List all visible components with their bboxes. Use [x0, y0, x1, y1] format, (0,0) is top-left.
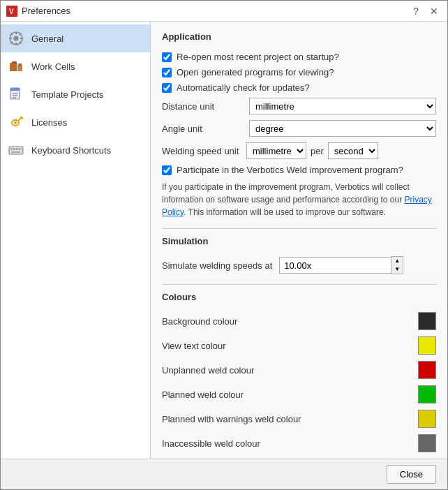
- colour-row-1: View text colour: [162, 336, 436, 355]
- sidebar-item-keyboard[interactable]: Keyboard Shortcuts: [1, 136, 150, 164]
- colour-label-0: Background colour: [162, 316, 411, 327]
- footer: Close: [1, 459, 447, 489]
- colour-swatch-0[interactable]: [418, 312, 436, 330]
- title-bar-controls: ? ✕: [408, 3, 442, 19]
- colour-swatch-5[interactable]: [418, 434, 436, 452]
- sidebar-item-general[interactable]: General: [1, 24, 150, 52]
- distance-unit-row: Distance unit millimetre inch: [162, 98, 436, 114]
- info-text-2: . This information will be used to impro…: [184, 207, 386, 217]
- sidebar-item-licenses[interactable]: Licenses: [1, 108, 150, 136]
- checkbox-updates-row: Automatically check for updates?: [162, 82, 436, 93]
- svg-rect-17: [10, 88, 20, 91]
- sidebar: General Work Cells: [1, 22, 151, 459]
- close-button[interactable]: Close: [387, 465, 436, 484]
- keyboard-icon: [8, 142, 24, 158]
- svg-rect-28: [13, 148, 15, 150]
- spinbox-buttons: ▲ ▼: [391, 256, 403, 274]
- colour-label-3: Planned weld colour: [162, 389, 411, 400]
- checkbox-reopen-label[interactable]: Re-open most recent project on startup?: [177, 52, 339, 62]
- welding-speed-row: Welding speed unit millimetre inch per s…: [162, 142, 436, 159]
- simulate-speed-input[interactable]: 10.00x: [279, 257, 391, 274]
- colours-section-title: Colours: [162, 292, 436, 305]
- general-icon: [8, 30, 24, 47]
- title-bar: V Preferences ? ✕: [1, 1, 447, 22]
- svg-text:V: V: [9, 8, 14, 15]
- close-window-button[interactable]: ✕: [426, 3, 442, 19]
- help-button[interactable]: ?: [408, 3, 424, 19]
- checkbox-programs[interactable]: [162, 68, 172, 77]
- checkbox-updates[interactable]: [162, 83, 172, 93]
- content-area: General Work Cells: [1, 22, 447, 459]
- sidebar-item-keyboard-label: Keyboard Shortcuts: [31, 145, 111, 156]
- colour-row-2: Unplanned weld colour: [162, 361, 436, 379]
- svg-rect-27: [10, 148, 13, 150]
- checkbox-reopen-row: Re-open most recent project on startup?: [162, 52, 436, 62]
- distance-unit-select[interactable]: millimetre inch: [249, 98, 436, 114]
- colours-divider: [162, 284, 436, 285]
- licenses-icon: [8, 114, 24, 131]
- svg-rect-29: [16, 148, 18, 150]
- colour-swatch-2[interactable]: [418, 361, 436, 379]
- window-title: Preferences: [22, 6, 408, 16]
- info-text-1: If you participate in the improvement pr…: [162, 182, 410, 205]
- sidebar-item-general-label: General: [31, 34, 64, 44]
- welding-speed-select[interactable]: millimetre inch: [246, 142, 306, 159]
- angle-unit-label: Angle unit: [162, 124, 242, 134]
- colour-swatch-4[interactable]: [418, 410, 436, 428]
- checkbox-programs-label[interactable]: Open generated programs for viewing?: [177, 67, 334, 77]
- checkbox-reopen[interactable]: [162, 52, 172, 62]
- colour-rows-container: Background colourView text colourUnplann…: [162, 312, 436, 459]
- colour-row-5: Inaccessible weld colour: [162, 434, 436, 452]
- svg-rect-31: [11, 151, 20, 153]
- colour-label-2: Unplanned weld colour: [162, 365, 411, 376]
- svg-rect-26: [9, 147, 23, 154]
- preferences-window: V Preferences ? ✕: [0, 0, 448, 490]
- svg-point-22: [14, 121, 17, 124]
- sidebar-item-template[interactable]: Template Projects: [1, 80, 150, 108]
- colour-label-5: Inaccessible weld colour: [162, 438, 411, 449]
- sidebar-item-workcells-label: Work Cells: [31, 61, 75, 72]
- main-panel: Application Re-open most recent project …: [151, 22, 447, 459]
- checkbox-programs-row: Open generated programs for viewing?: [162, 67, 436, 77]
- template-icon: [8, 86, 24, 103]
- checkbox-improvement[interactable]: [162, 165, 172, 175]
- svg-rect-30: [19, 148, 21, 150]
- application-section-title: Application: [162, 31, 436, 45]
- sidebar-item-template-label: Template Projects: [31, 89, 103, 100]
- colour-label-1: View text colour: [162, 341, 411, 351]
- workcells-icon: [8, 58, 24, 75]
- welding-speed-label: Welding speed unit: [162, 146, 242, 156]
- checkbox-improvement-label[interactable]: Participate in the Verbotics Weld improv…: [177, 165, 403, 175]
- colour-swatch-3[interactable]: [418, 385, 436, 403]
- simulate-speed-label: Simulate welding speeds at: [162, 260, 272, 271]
- angle-unit-row: Angle unit degree radian: [162, 120, 436, 137]
- time-unit-select[interactable]: second minute: [328, 142, 378, 159]
- spinbox-down-button[interactable]: ▼: [391, 265, 403, 274]
- distance-unit-label: Distance unit: [162, 101, 242, 112]
- simulate-speed-row: Simulate welding speeds at 10.00x ▲ ▼: [162, 256, 436, 274]
- simulation-divider: [162, 228, 436, 229]
- colour-row-0: Background colour: [162, 312, 436, 330]
- colour-label-4: Planned with warnings weld colour: [162, 414, 411, 424]
- svg-rect-12: [10, 63, 17, 71]
- checkbox-updates-label[interactable]: Automatically check for updates?: [177, 82, 310, 93]
- svg-rect-15: [18, 64, 22, 66]
- svg-point-3: [14, 36, 19, 41]
- svg-rect-13: [12, 61, 17, 64]
- simulate-speed-spinbox: 10.00x ▲ ▼: [279, 256, 403, 274]
- colour-row-3: Planned weld colour: [162, 385, 436, 403]
- spinbox-up-button[interactable]: ▲: [391, 257, 403, 265]
- colour-row-4: Planned with warnings weld colour: [162, 410, 436, 428]
- per-label: per: [311, 146, 324, 156]
- sidebar-item-workcells[interactable]: Work Cells: [1, 52, 150, 80]
- svg-rect-14: [17, 65, 22, 71]
- colour-swatch-1[interactable]: [418, 336, 436, 355]
- sidebar-item-licenses-label: Licenses: [31, 117, 67, 128]
- app-icon: V: [6, 6, 17, 17]
- checkbox-improvement-row: Participate in the Verbotics Weld improv…: [162, 165, 436, 175]
- angle-unit-select[interactable]: degree radian: [249, 120, 436, 137]
- info-text-block: If you participate in the improvement pr…: [162, 181, 436, 218]
- simulation-section-title: Simulation: [162, 236, 436, 249]
